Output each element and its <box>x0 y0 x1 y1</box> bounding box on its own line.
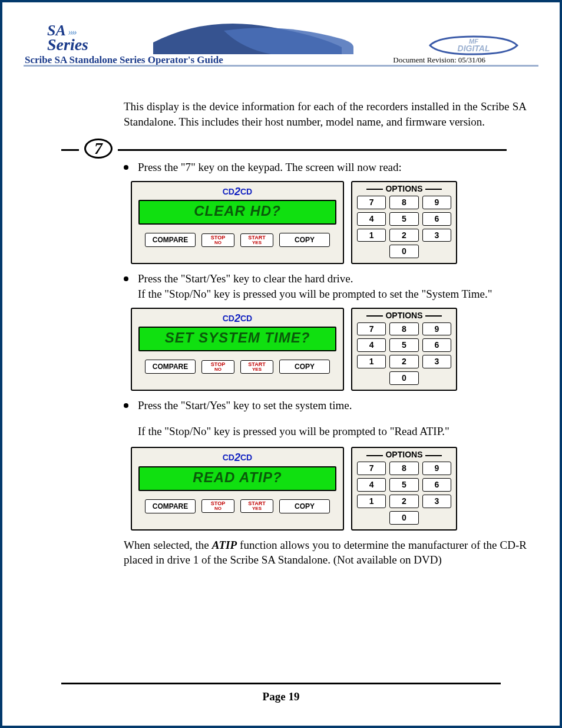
lcd-button-row: COMPARE STOPNO STARTYES COPY <box>145 360 330 374</box>
lcd-module: CD2CD READ ATIP? COMPARE STOPNO STARTYES… <box>131 447 344 530</box>
options-keypad: OPTIONS 7 8 9 4 5 6 1 2 3 0 <box>351 181 457 264</box>
start-yes-button[interactable]: STARTYES <box>240 360 273 374</box>
key-9[interactable]: 9 <box>422 322 451 336</box>
compare-button[interactable]: COMPARE <box>145 499 196 513</box>
bullet-item: Press the "Start/Yes" key to clear the h… <box>124 271 527 301</box>
lcd-screen: CLEAR HD? <box>138 200 336 225</box>
key-9[interactable]: 9 <box>422 462 451 475</box>
stop-no-button[interactable]: STOPNO <box>201 499 234 513</box>
key-0[interactable]: 0 <box>389 511 419 525</box>
key-8[interactable]: 8 <box>389 196 418 209</box>
key-1[interactable]: 1 <box>357 355 386 368</box>
page-number: Page 19 <box>2 690 560 703</box>
key-7[interactable]: 7 <box>357 322 386 336</box>
lcd-button-row: COMPARE STOPNO STARTYES COPY <box>145 499 330 513</box>
key-7[interactable]: 7 <box>357 462 386 475</box>
options-label: OPTIONS <box>357 183 451 195</box>
key-2[interactable]: 2 <box>389 355 418 368</box>
lcd-button-row: COMPARE STOPNO STARTYES COPY <box>145 233 330 247</box>
swoosh-graphic <box>153 19 353 54</box>
cd2cd-label: CD2CD <box>223 450 252 465</box>
footer-rule <box>61 683 501 684</box>
options-label: OPTIONS <box>357 310 451 321</box>
key-5[interactable]: 5 <box>389 212 418 226</box>
stop-no-button[interactable]: STOPNO <box>201 360 234 374</box>
key-3[interactable]: 3 <box>422 495 451 508</box>
copy-button[interactable]: COPY <box>279 360 330 374</box>
compare-button[interactable]: COMPARE <box>145 360 196 374</box>
intro-paragraph: This display is the device information f… <box>124 99 527 129</box>
options-keypad: OPTIONS 7 8 9 4 5 6 1 2 3 0 <box>351 308 457 391</box>
start-yes-button[interactable]: STARTYES <box>240 499 273 513</box>
device-panel: CD2CD CLEAR HD? COMPARE STOPNO STARTYES … <box>131 181 527 264</box>
start-yes-button[interactable]: STARTYES <box>240 233 273 247</box>
lcd-screen: READ ATIP? <box>138 466 336 491</box>
key-8[interactable]: 8 <box>389 322 418 336</box>
sa-series-logo: SA›››› Series <box>47 24 88 52</box>
bullet-icon <box>124 403 128 408</box>
document-revision: Document Revision: 05/31/06 <box>393 55 485 65</box>
options-keypad: OPTIONS 7 8 9 4 5 6 1 2 3 0 <box>351 447 457 530</box>
key-6[interactable]: 6 <box>422 478 451 492</box>
key-8[interactable]: 8 <box>389 462 418 475</box>
bullet-text: Press the "Start/Yes" key to set the sys… <box>138 398 527 439</box>
header: SA›››› Series MF DIGITAL Scribe SA Stand… <box>24 19 538 78</box>
header-rule <box>24 65 538 67</box>
digital-text: DIGITAL <box>458 44 490 53</box>
atip-bold: ATIP <box>212 539 237 551</box>
mf-digital-logo: MF DIGITAL <box>427 33 521 58</box>
key-9[interactable]: 9 <box>422 196 451 209</box>
step-rule <box>61 149 507 151</box>
key-2[interactable]: 2 <box>389 229 418 242</box>
content-body: This display is the device information f… <box>24 99 538 129</box>
lcd-module: CD2CD SET SYSTEM TIME? COMPARE STOPNO ST… <box>131 308 344 391</box>
logo-series: Series <box>47 35 88 54</box>
lcd-screen: SET SYSTEM TIME? <box>138 327 336 351</box>
step-number: 7 <box>84 139 113 159</box>
key-1[interactable]: 1 <box>357 229 386 242</box>
stop-no-button[interactable]: STOPNO <box>201 233 234 247</box>
compare-button[interactable]: COMPARE <box>145 233 196 247</box>
key-2[interactable]: 2 <box>389 495 418 508</box>
key-3[interactable]: 3 <box>422 355 451 368</box>
key-4[interactable]: 4 <box>357 212 386 226</box>
key-7[interactable]: 7 <box>357 196 386 209</box>
guide-title: Scribe SA Standalone Series Operator's G… <box>25 54 223 66</box>
key-3[interactable]: 3 <box>422 229 451 242</box>
step-marker: 7 <box>79 139 118 164</box>
key-5[interactable]: 5 <box>389 338 418 352</box>
key-4[interactable]: 4 <box>357 478 386 492</box>
lcd-module: CD2CD CLEAR HD? COMPARE STOPNO STARTYES … <box>131 181 344 264</box>
step-content: Press the "7" key on the keypad. The scr… <box>24 160 538 568</box>
copy-button[interactable]: COPY <box>279 499 330 513</box>
bullet-icon <box>124 276 128 281</box>
options-label: OPTIONS <box>357 449 451 460</box>
cd2cd-label: CD2CD <box>223 185 252 199</box>
key-4[interactable]: 4 <box>357 338 386 352</box>
key-1[interactable]: 1 <box>357 495 386 508</box>
device-panel: CD2CD SET SYSTEM TIME? COMPARE STOPNO ST… <box>131 308 527 391</box>
key-0[interactable]: 0 <box>389 245 419 258</box>
key-5[interactable]: 5 <box>389 478 418 492</box>
key-6[interactable]: 6 <box>422 212 451 226</box>
copy-button[interactable]: COPY <box>279 233 330 247</box>
page: SA›››› Series MF DIGITAL Scribe SA Stand… <box>0 0 562 728</box>
bullet-item: Press the "Start/Yes" key to set the sys… <box>124 398 527 439</box>
key-6[interactable]: 6 <box>422 338 451 352</box>
device-panel: CD2CD READ ATIP? COMPARE STOPNO STARTYES… <box>131 447 527 530</box>
key-0[interactable]: 0 <box>389 371 419 385</box>
cd2cd-label: CD2CD <box>223 311 252 325</box>
atip-note: When selected, the ATIP function allows … <box>124 538 527 568</box>
bullet-icon <box>124 165 128 170</box>
bullet-text: Press the "Start/Yes" key to clear the h… <box>138 271 527 301</box>
